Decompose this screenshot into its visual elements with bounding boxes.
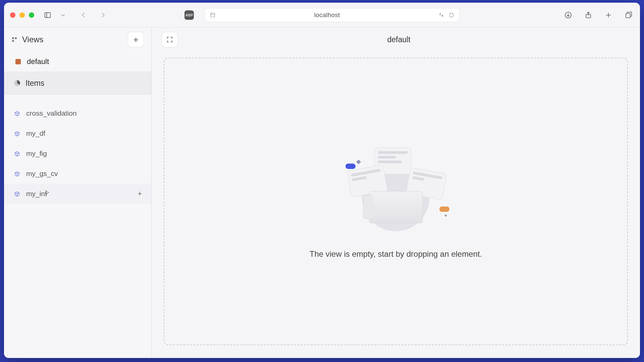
item-row[interactable]: cross_validation bbox=[4, 103, 151, 123]
data-item-icon bbox=[14, 191, 20, 197]
items-list: cross_validation my_df my_fig bbox=[4, 95, 151, 204]
view-title: default bbox=[184, 35, 630, 44]
item-row[interactable]: my_fig bbox=[4, 143, 151, 164]
url-text: localhost bbox=[220, 11, 434, 19]
downloads-button[interactable] bbox=[563, 10, 574, 20]
item-label: my_int bbox=[26, 190, 47, 198]
nav-back-button[interactable] bbox=[78, 10, 89, 20]
share-button[interactable] bbox=[583, 10, 594, 20]
window-minimize-button[interactable] bbox=[19, 12, 25, 18]
empty-illustration bbox=[342, 144, 449, 231]
reload-icon[interactable] bbox=[448, 12, 454, 18]
svg-rect-2 bbox=[211, 13, 215, 17]
item-label: cross_validation bbox=[26, 109, 77, 117]
view-default[interactable]: default bbox=[4, 52, 151, 72]
data-item-icon bbox=[14, 110, 20, 116]
item-row[interactable]: my_int + bbox=[4, 184, 151, 204]
views-icon bbox=[11, 37, 17, 43]
sidebar-toggle-button[interactable] bbox=[42, 10, 53, 20]
adblock-extension-icon[interactable]: ABP bbox=[184, 10, 194, 20]
items-section-header: Items bbox=[4, 72, 151, 95]
data-item-icon bbox=[14, 130, 20, 136]
item-label: my_fig bbox=[26, 149, 47, 158]
main-panel: default The view is empty, bbox=[152, 27, 640, 358]
svg-rect-11 bbox=[626, 13, 630, 18]
tab-overview-button[interactable] bbox=[623, 10, 634, 20]
views-label: Views bbox=[22, 35, 123, 44]
item-row[interactable]: my_df bbox=[4, 123, 151, 143]
nav-forward-button[interactable] bbox=[97, 10, 108, 20]
tab-group-dropdown[interactable] bbox=[58, 10, 68, 20]
browser-window: ABP localhost bbox=[4, 3, 640, 358]
window-close-button[interactable] bbox=[10, 12, 15, 18]
site-settings-icon[interactable] bbox=[210, 12, 216, 18]
data-item-icon bbox=[14, 150, 20, 157]
url-field[interactable]: localhost bbox=[205, 8, 460, 22]
svg-rect-0 bbox=[45, 12, 51, 17]
view-label: default bbox=[27, 57, 49, 66]
app-sidebar: Views + default Items cross_validation bbox=[4, 27, 152, 358]
new-tab-button[interactable] bbox=[603, 10, 614, 20]
window-traffic-lights bbox=[10, 12, 34, 18]
empty-hint-text: The view is empty, start by dropping an … bbox=[310, 249, 482, 259]
data-item-icon bbox=[14, 171, 20, 177]
main-header: default bbox=[152, 27, 640, 52]
views-section-header: Views + bbox=[4, 27, 151, 52]
window-zoom-button[interactable] bbox=[29, 12, 34, 18]
item-label: my_df bbox=[26, 129, 45, 137]
item-label: my_gs_cv bbox=[26, 170, 58, 178]
translate-icon[interactable] bbox=[438, 12, 444, 18]
view-color-swatch bbox=[15, 59, 21, 64]
empty-dropzone[interactable]: The view is empty, start by dropping an … bbox=[164, 58, 628, 345]
svg-rect-13 bbox=[15, 37, 17, 39]
item-row[interactable]: my_gs_cv bbox=[4, 164, 151, 184]
add-view-button[interactable]: + bbox=[128, 32, 144, 47]
svg-rect-12 bbox=[12, 37, 14, 39]
add-item-to-view-button[interactable]: + bbox=[138, 189, 142, 198]
expand-view-button[interactable] bbox=[162, 32, 178, 47]
items-label: Items bbox=[25, 79, 44, 88]
svg-rect-14 bbox=[12, 40, 14, 42]
items-icon bbox=[14, 80, 20, 86]
browser-toolbar: ABP localhost bbox=[4, 3, 640, 27]
